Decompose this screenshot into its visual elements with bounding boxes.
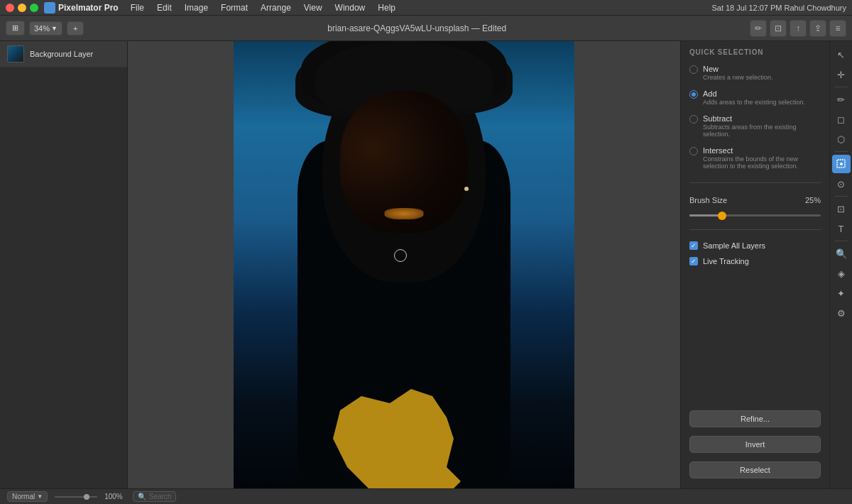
move-tool-button[interactable]: ✛: [832, 65, 851, 84]
option-new-text: New Creates a new selection.: [703, 65, 773, 81]
live-tracking-checkbox[interactable]: ✓: [689, 257, 698, 265]
menu-edit[interactable]: Edit: [152, 1, 177, 14]
zoom-slider-container: [55, 496, 97, 498]
blend-mode-selector[interactable]: Normal ▼: [7, 491, 48, 502]
close-button[interactable]: [6, 4, 14, 12]
invert-button[interactable]: Invert: [689, 436, 821, 453]
menu-image[interactable]: Image: [180, 1, 213, 14]
checkmark-icon-2: ✓: [691, 258, 697, 265]
sample-all-layers-row[interactable]: ✓ Sample All Layers: [689, 241, 821, 250]
minimize-button[interactable]: [18, 4, 26, 12]
layers-panel: Background Layer: [0, 41, 128, 488]
crop-tool-button-right[interactable]: ⊡: [832, 199, 851, 218]
crop-tool-button[interactable]: ⊡: [770, 20, 787, 37]
fill-tool-button[interactable]: ⬡: [832, 130, 851, 148]
radio-subtract[interactable]: [689, 115, 698, 124]
tool-separator-2: [835, 151, 848, 152]
menu-window[interactable]: Window: [330, 1, 371, 14]
more-options-button[interactable]: ≡: [829, 20, 846, 37]
earring: [464, 187, 469, 191]
toolbar-right-buttons: ✏ ⊡ ↑ ⇪ ≡: [750, 20, 846, 37]
option-subtract[interactable]: Subtract Subtracts areas from the existi…: [689, 114, 821, 138]
radio-new[interactable]: [689, 65, 698, 74]
option-add-label: Add: [703, 89, 805, 98]
type-tool-button[interactable]: T: [832, 219, 851, 238]
brush-size-row: Brush Size 25%: [689, 196, 821, 204]
option-add-text: Add Adds areas to the existing selection…: [703, 89, 805, 106]
selection-tool-button[interactable]: [832, 155, 851, 173]
quick-selection-panel: QUICK SELECTION New Creates a new select…: [680, 41, 829, 488]
search-placeholder: Search: [149, 493, 172, 500]
option-subtract-text: Subtract Subtracts areas from the existi…: [703, 114, 821, 138]
svg-point-1: [840, 163, 843, 165]
zoom-percent: 100%: [104, 493, 123, 500]
divider-2: [689, 229, 821, 230]
option-intersect-label: Intersect: [703, 146, 821, 155]
zoom-value: 34%: [34, 24, 50, 33]
slider-thumb[interactable]: [718, 212, 726, 220]
spacer: [689, 271, 821, 405]
option-add-desc: Adds areas to the existing selection.: [703, 99, 805, 106]
radio-add[interactable]: [689, 90, 698, 99]
brush-size-value: 25%: [805, 196, 821, 204]
toolbar: ⊞ 34% ▼ + brian-asare-QAggsVA5wLU-unspla…: [0, 16, 852, 41]
blend-mode-chevron-icon: ▼: [37, 493, 43, 500]
fullscreen-button[interactable]: [30, 4, 38, 12]
eraser-tool-button[interactable]: ◻: [832, 110, 851, 128]
option-intersect-desc: Constrains the bounds of the new selecti…: [703, 155, 821, 170]
paint-tool-button[interactable]: ✏: [832, 90, 851, 109]
cursor-tool-button[interactable]: ↖: [832, 45, 851, 64]
menu-format[interactable]: Format: [216, 1, 253, 14]
lasso-tool-button[interactable]: ⊙: [832, 175, 851, 193]
view-mode-icon: ⊞: [12, 23, 18, 33]
checkmark-icon: ✓: [691, 243, 697, 249]
brush-size-label: Brush Size: [689, 196, 727, 204]
search-box[interactable]: 🔍 Search: [133, 491, 177, 502]
live-tracking-row[interactable]: ✓ Live Tracking: [689, 257, 821, 265]
view-mode-button[interactable]: ⊞: [6, 21, 25, 35]
zoom-thumb[interactable]: [84, 494, 89, 500]
option-intersect[interactable]: Intersect Constrains the bounds of the n…: [689, 146, 821, 170]
sample-all-layers-label: Sample All Layers: [703, 241, 765, 250]
settings-tool-button[interactable]: ⚙: [832, 304, 851, 322]
menu-arrange[interactable]: Arrange: [256, 1, 296, 14]
zoom-control[interactable]: 34% ▼: [29, 21, 62, 35]
tool-separator-1: [835, 87, 848, 87]
option-intersect-text: Intersect Constrains the bounds of the n…: [703, 146, 821, 170]
datetime-display: Sat 18 Jul 12:07 PM Rahul Chowdhury: [711, 4, 846, 12]
option-add[interactable]: Add Adds areas to the existing selection…: [689, 89, 821, 106]
right-toolbox: ↖ ✛ ✏ ◻ ⬡ ⊙ ⊡ T 🔍 ◈ ✦ ⚙: [829, 41, 852, 488]
zoom-chevron-icon: ▼: [51, 25, 58, 32]
reselect-button[interactable]: Reselect: [689, 461, 821, 478]
option-subtract-desc: Subtracts areas from the existing select…: [703, 124, 821, 138]
selection-icon: [836, 159, 846, 169]
layer-thumbnail: [7, 45, 24, 62]
layer-item[interactable]: Background Layer: [0, 41, 127, 67]
zoom-track[interactable]: [55, 496, 97, 498]
lips-detail: [385, 208, 424, 219]
divider-1: [689, 182, 821, 183]
menu-file[interactable]: File: [126, 1, 149, 14]
canvas-area[interactable]: [128, 41, 680, 488]
color-picker-button[interactable]: ◈: [832, 264, 851, 283]
menu-view[interactable]: View: [299, 1, 327, 14]
refine-button[interactable]: Refine...: [689, 410, 821, 427]
plus-icon: +: [73, 24, 77, 33]
app-name: Pixelmator Pro: [58, 3, 119, 13]
search-icon: 🔍: [138, 493, 146, 500]
menu-help[interactable]: Help: [373, 1, 400, 14]
zoom-tool-button[interactable]: 🔍: [832, 244, 851, 263]
pen-tool-button[interactable]: ✏: [750, 20, 767, 37]
canvas-image: [234, 41, 574, 488]
export-button[interactable]: ↑: [790, 20, 807, 37]
sample-all-layers-checkbox[interactable]: ✓: [689, 241, 698, 250]
traffic-lights: [6, 4, 38, 12]
effects-button[interactable]: ✦: [832, 284, 851, 302]
panel-title: QUICK SELECTION: [689, 48, 821, 56]
radio-intersect[interactable]: [689, 147, 698, 155]
option-new[interactable]: New Creates a new selection.: [689, 65, 821, 81]
brush-size-slider[interactable]: [689, 214, 821, 217]
share-button[interactable]: ⇪: [809, 20, 826, 37]
add-layer-button[interactable]: +: [67, 21, 84, 35]
selection-cursor: [394, 249, 407, 262]
